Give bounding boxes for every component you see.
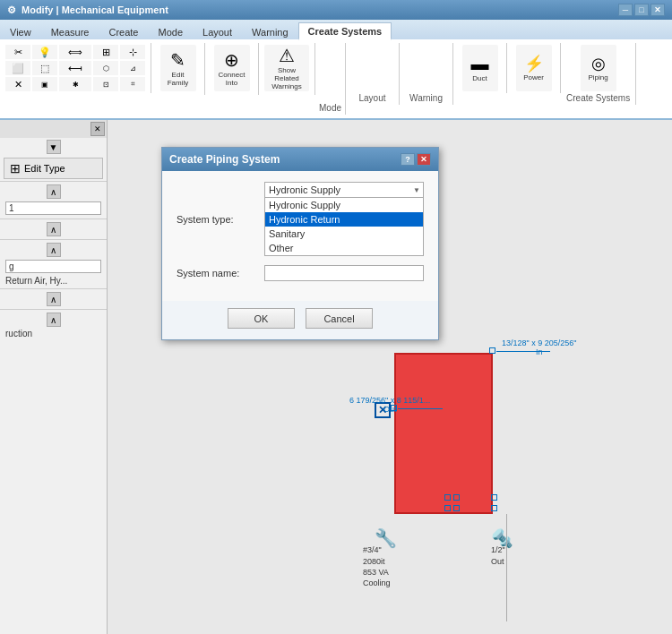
panel-section-1: ∧ 1 [0, 181, 107, 218]
tool-icon-8[interactable]: ⟻ [59, 61, 91, 75]
tool-icon-13[interactable]: ⊹ [120, 45, 145, 59]
dialog-help-button[interactable]: ? [401, 153, 415, 166]
expand-arrow-4[interactable]: ∧ [0, 291, 107, 307]
system-type-row: System type: Hydronic Supply ▼ Hydronic … [177, 182, 424, 256]
section5-expand[interactable]: ∧ [47, 313, 61, 327]
cancel-button[interactable]: Cancel [306, 308, 373, 329]
system-type-value: Hydronic Supply [269, 184, 340, 195]
restore-button[interactable]: □ [634, 4, 649, 16]
panel-section-3: ∧ g Return Air, Hy... [0, 239, 107, 288]
expand-arrow-3[interactable]: ∧ [0, 242, 107, 258]
expand-arrow-1[interactable]: ∧ [0, 184, 107, 200]
ribbon-group-power: ⚡ Power [507, 43, 561, 93]
mode-label: Mode [319, 103, 341, 113]
system-name-input[interactable] [264, 265, 424, 281]
expand-arrow-2[interactable]: ∧ [0, 221, 107, 237]
panel-close-button[interactable]: ✕ [90, 122, 105, 136]
group-labels: Mode [315, 43, 346, 115]
system-type-select[interactable]: Hydronic Supply ▼ [264, 182, 424, 198]
system-type-label: System type: [177, 214, 257, 225]
ribbon: View Measure Create Mode Layout Warning … [0, 20, 672, 120]
dialog-close-button[interactable]: ✕ [417, 153, 431, 166]
minimize-button[interactable]: ─ [618, 4, 633, 16]
warnings-icons: ⚠ Show RelatedWarnings [264, 45, 309, 91]
ribbon-group-duct: ▬ Duct [453, 43, 507, 93]
tab-measure[interactable]: Measure [41, 22, 99, 40]
app-title: Modify | Mechanical Equipment [22, 4, 168, 15]
system-type-select-wrapper: Hydronic Supply ▼ Hydronic Supply Hydron… [264, 182, 424, 256]
edit-family-icons: ✎ EditFamily [160, 45, 196, 91]
system-name-label: System name: [177, 268, 257, 278]
section2-expand[interactable]: ∧ [47, 222, 61, 236]
select-arrow-icon: ▼ [413, 186, 420, 194]
ribbon-content: ✂ ⬜ ✕ 💡 ⬚ ▣ ⟺ ⟻ ✱ ⊞ ⬡ ⊡ [0, 39, 672, 118]
tool-icon-2[interactable]: ⬜ [5, 61, 30, 75]
dialog-buttons: OK Cancel [162, 301, 438, 339]
field2-value[interactable]: g [5, 260, 101, 273]
main-area: ✕ ▼ ⊞ Edit Type ∧ 1 ∧ ∧ g Re [0, 120, 672, 634]
show-warnings-button[interactable]: ⚠ Show RelatedWarnings [264, 45, 309, 91]
tool-icon-14[interactable]: ⊿ [120, 61, 145, 75]
section1-expand[interactable]: ∧ [47, 184, 61, 199]
tool-icon-15[interactable]: ⌗ [120, 77, 145, 91]
field1-value[interactable]: 1 [5, 201, 101, 215]
tool-icon-10[interactable]: ⊞ [93, 45, 118, 59]
tool-icon-5[interactable]: ⬚ [32, 61, 57, 75]
title-close-button[interactable]: ✕ [650, 4, 665, 16]
tool-icon-6[interactable]: ▣ [32, 77, 57, 91]
tool-icon-4[interactable]: 💡 [32, 45, 57, 59]
ribbon-tabs: View Measure Create Mode Layout Warning … [0, 20, 672, 39]
piping-icons: ◎ Piping [581, 45, 616, 91]
dialog-title: Create Piping System [169, 153, 280, 166]
tab-create-systems[interactable]: Create Systems [298, 22, 392, 40]
panel-section-4: ∧ [0, 288, 107, 309]
tool-icon-12[interactable]: ⊡ [93, 77, 118, 91]
warning-tab-label: Warning [409, 93, 443, 103]
duct-button[interactable]: ▬ Duct [462, 45, 498, 91]
edit-type-label: Edit Type [24, 163, 65, 174]
option-sanitary[interactable]: Sanitary [265, 227, 423, 241]
dialog-overlay: Create Piping System ? ✕ System type: Hy… [108, 120, 672, 634]
option-other[interactable]: Other [265, 241, 423, 255]
tool-icon-3[interactable]: ✕ [5, 77, 30, 91]
tool-icon-11[interactable]: ⬡ [93, 61, 118, 75]
tab-warning[interactable]: Warning [242, 22, 298, 40]
tab-create[interactable]: Create [99, 22, 148, 40]
dialog-content: System type: Hydronic Supply ▼ Hydronic … [162, 171, 438, 301]
panel-field-2: g [0, 258, 107, 275]
edit-family-button[interactable]: ✎ EditFamily [160, 45, 196, 91]
title-bar: ⚙ Modify | Mechanical Equipment ─ □ ✕ [0, 0, 672, 20]
duct-icons: ▬ Duct [462, 45, 498, 91]
connect-into-button[interactable]: ⊕ ConnectInto [214, 45, 250, 91]
tab-layout[interactable]: Layout [193, 22, 242, 40]
left-panel: ✕ ▼ ⊞ Edit Type ∧ 1 ∧ ∧ g Re [0, 120, 108, 634]
system-type-dropdown[interactable]: Hydronic Supply Hydronic Return Sanitary… [264, 198, 424, 256]
section4-expand[interactable]: ∧ [47, 292, 61, 306]
title-bar-controls: ─ □ ✕ [618, 4, 665, 16]
panel-close-row: ✕ [0, 120, 107, 138]
ribbon-tools-icons: ✂ ⬜ ✕ 💡 ⬚ ▣ ⟺ ⟻ ✱ ⊞ ⬡ ⊡ [5, 45, 145, 91]
panel-section-2: ∧ [0, 218, 107, 239]
tool-icon-9[interactable]: ✱ [59, 77, 91, 91]
tab-view[interactable]: View [0, 22, 41, 40]
tab-mode[interactable]: Mode [148, 22, 193, 40]
panel-collapse-arrow[interactable]: ▼ [47, 140, 61, 154]
dialog-title-controls: ? ✕ [401, 153, 431, 166]
piping-button[interactable]: ◎ Piping [581, 45, 616, 91]
edit-type-icon: ⊞ [10, 161, 21, 176]
option-hydronic-supply[interactable]: Hydronic Supply [265, 198, 423, 212]
create-systems-label: Create Systems [566, 93, 630, 103]
section3-expand[interactable]: ∧ [47, 243, 61, 257]
ribbon-group-warning-tab: Warning [400, 43, 453, 105]
panel-field-1: 1 [0, 200, 107, 217]
power-icons: ⚡ Power [516, 45, 552, 91]
expand-arrow-5[interactable]: ∧ [0, 312, 107, 328]
system-name-row: System name: [177, 265, 424, 281]
tool-icon-7[interactable]: ⟺ [59, 45, 91, 59]
tool-icon-1[interactable]: ✂ [5, 45, 30, 59]
option-hydronic-return[interactable]: Hydronic Return [265, 212, 423, 227]
power-button[interactable]: ⚡ Power [516, 45, 552, 91]
ok-button[interactable]: OK [228, 308, 295, 329]
edit-type-button[interactable]: ⊞ Edit Type [4, 158, 103, 179]
ribbon-group-warnings: ⚠ Show RelatedWarnings [259, 43, 315, 95]
